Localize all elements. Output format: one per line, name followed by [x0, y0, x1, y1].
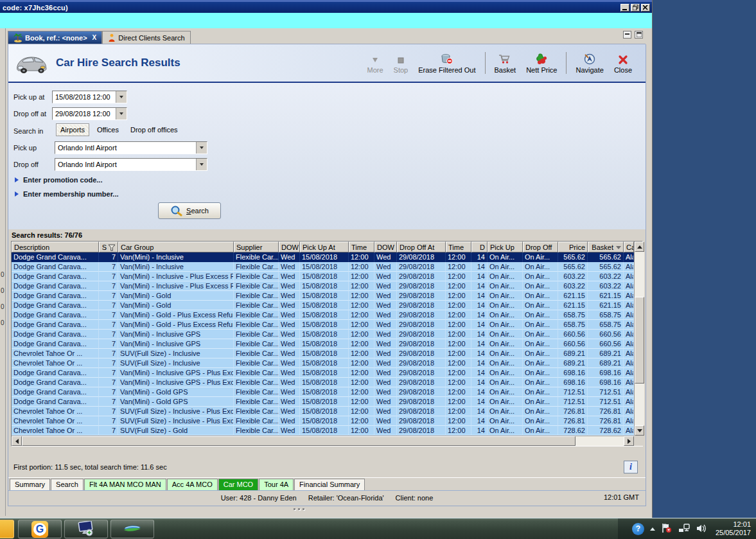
window-resize-strip[interactable] — [6, 506, 652, 516]
column-header-drop-off-at[interactable]: Drop Off At — [397, 242, 446, 252]
page-tab-car-mco[interactable]: Car MCO — [218, 479, 258, 490]
column-header-dow[interactable]: DOW — [374, 242, 397, 252]
table-row[interactable]: Chevrolet Tahoe Or ...7SUV(Full Size) - … — [12, 349, 634, 358]
table-row[interactable]: Chevrolet Tahoe Or ...7SUV(Full Size) - … — [12, 416, 634, 426]
erase-filtered-out-button[interactable]: Erase Filtered Out — [414, 51, 480, 75]
dropoff-office-select[interactable]: Orlando Intl Airport — [55, 158, 207, 171]
basket-button[interactable]: Basket — [490, 51, 521, 75]
column-header-price[interactable]: Price — [558, 242, 588, 252]
table-row[interactable]: Chevrolet Tahoe Or ...7SUV(Full Size) - … — [12, 358, 634, 368]
page-tab-flt-4a-man-mco-man[interactable]: Flt 4A MAN MCO MAN — [84, 479, 166, 490]
occluded-window-fragment: 0 — [1, 271, 4, 278]
scroll-down-icon[interactable] — [635, 425, 644, 436]
promotion-code-expander[interactable]: Enter promotion code... — [15, 176, 102, 184]
table-row[interactable]: Chevrolet Tahoe Or ...7SUV(Full Size) - … — [12, 407, 634, 416]
search-button[interactable]: Search — [158, 202, 221, 219]
column-header-ca[interactable]: Ca — [624, 242, 634, 252]
filter-funnel-icon[interactable] — [108, 244, 116, 251]
column-header-time[interactable]: Time — [446, 242, 471, 252]
restore-button[interactable] — [631, 4, 640, 12]
panel-restore-icon[interactable] — [635, 31, 643, 39]
search-in-option-airports[interactable]: Airports — [56, 123, 89, 136]
nett-price-button[interactable]: Nett Price — [522, 51, 561, 75]
table-row[interactable]: Dodge Grand Carava...7Van(Mini) - Inclus… — [12, 330, 634, 339]
close-button[interactable]: Close — [610, 51, 637, 75]
table-row[interactable]: Dodge Grand Carava...7Van(Mini) - Inclus… — [12, 262, 634, 272]
pickup-at-datetime[interactable]: 15/08/2018 12:00 — [52, 91, 127, 103]
network-tray-icon[interactable] — [678, 524, 690, 535]
table-cell: Wed — [374, 407, 397, 416]
info-button[interactable]: i — [624, 461, 638, 473]
scroll-right-icon[interactable] — [624, 436, 634, 446]
window-titlebar[interactable]: code: x7Jhc36ccu) — [0, 0, 652, 13]
column-header-basket[interactable]: Basket — [588, 242, 624, 252]
column-header-time[interactable]: Time — [349, 242, 374, 252]
document-tab[interactable]: Direct Clients Search — [102, 31, 190, 44]
dropoff-at-datetime[interactable]: 29/08/2018 12:00 — [52, 107, 127, 120]
membership-number-expander[interactable]: Enter membership number... — [15, 190, 119, 198]
pickup-office-dropdown-icon[interactable] — [196, 142, 207, 154]
volume-tray-icon[interactable] — [696, 524, 707, 535]
vertical-scroll-thumb[interactable] — [635, 297, 644, 384]
table-row[interactable]: Dodge Grand Carava...7Van(Mini) - Gold G… — [12, 387, 634, 397]
scroll-up-icon[interactable] — [635, 242, 644, 252]
horizontal-scroll-thumb[interactable] — [22, 436, 576, 446]
page-tab-tour-4a[interactable]: Tour 4A — [259, 479, 294, 490]
page-tab-acc-4a-mco[interactable]: Acc 4A MCO — [167, 479, 218, 490]
action-center-flag-icon[interactable] — [661, 523, 672, 535]
search-in-option-offices[interactable]: Offices — [93, 124, 123, 136]
table-row[interactable]: Dodge Grand Carava...7Van(Mini) - Inclus… — [12, 272, 634, 281]
taskbar-app-g[interactable]: G — [18, 520, 62, 538]
panel-minimize-icon[interactable] — [623, 31, 631, 39]
table-cell: 7 — [99, 272, 118, 281]
table-row[interactable]: Dodge Grand Carava...7Van(Mini) - Inclus… — [12, 281, 634, 291]
taskbar-button-fragment[interactable] — [0, 520, 14, 538]
column-header-pick-up[interactable]: Pick Up — [488, 242, 523, 252]
dropoff-office-dropdown-icon[interactable] — [196, 159, 207, 170]
column-header-s[interactable]: S — [99, 242, 118, 252]
page-tab-financial-summary[interactable]: Financial Summary — [294, 479, 365, 490]
pickup-at-dropdown-icon[interactable] — [116, 91, 127, 103]
page-tab-search[interactable]: Search — [51, 479, 84, 490]
column-header-pick-up-at[interactable]: Pick Up At — [300, 242, 349, 252]
dropoff-at-dropdown-icon[interactable] — [116, 108, 127, 119]
results-table: DescriptionSCar GroupSupplierDOWPick Up … — [11, 241, 643, 446]
table-cell: 12:00 — [446, 387, 471, 397]
pickup-office-select[interactable]: Orlando Intl Airport — [55, 141, 207, 154]
table-row[interactable]: Dodge Grand Carava...7Van(Mini) - Inclus… — [12, 252, 634, 262]
help-tray-icon[interactable]: ? — [632, 523, 644, 535]
show-hidden-icons[interactable] — [650, 527, 655, 531]
resize-grip-icon[interactable] — [294, 508, 304, 510]
minimize-button[interactable] — [620, 4, 629, 12]
tab-close-icon[interactable]: X — [92, 34, 97, 41]
close-window-button[interactable] — [641, 4, 650, 12]
column-header-d[interactable]: D — [471, 242, 488, 252]
navigate-button[interactable]: Navigate — [571, 51, 608, 75]
column-header-dow[interactable]: DOW — [279, 242, 300, 252]
table-row[interactable]: Dodge Grand Carava...7Van(Mini) - Gold -… — [12, 310, 634, 320]
table-row[interactable]: Dodge Grand Carava...7Van(Mini) - Inclus… — [12, 368, 634, 378]
document-tab[interactable]: Book, ref.: <none>X — [8, 31, 102, 44]
column-header-supplier[interactable]: Supplier — [234, 242, 279, 252]
taskbar-app-remote-desktop[interactable] — [64, 520, 108, 538]
table-row[interactable]: Dodge Grand Carava...7Van(Mini) - GoldFl… — [12, 291, 634, 301]
scroll-left-icon[interactable] — [12, 436, 22, 446]
column-header-car-group[interactable]: Car Group — [118, 242, 234, 252]
table-cell: Ala — [624, 368, 634, 378]
taskbar-clock[interactable]: 12:01 25/05/2017 — [713, 520, 751, 537]
table-cell: On Air... — [523, 397, 558, 407]
table-row[interactable]: Dodge Grand Carava...7Van(Mini) - Gold -… — [12, 320, 634, 330]
table-row[interactable]: Dodge Grand Carava...7Van(Mini) - GoldFl… — [12, 301, 634, 310]
vertical-scrollbar[interactable] — [634, 242, 644, 436]
table-row[interactable]: Dodge Grand Carava...7Van(Mini) - Inclus… — [12, 378, 634, 387]
table-cell: Dodge Grand Carava... — [12, 252, 99, 262]
table-row[interactable]: Dodge Grand Carava...7Van(Mini) - Inclus… — [12, 339, 634, 349]
column-header-description[interactable]: Description — [12, 242, 99, 252]
horizontal-scrollbar[interactable] — [12, 436, 634, 446]
search-in-option-drop-off-offices[interactable]: Drop off offices — [127, 124, 182, 136]
column-header-drop-off[interactable]: Drop Off — [523, 242, 558, 252]
page-tab-summary[interactable]: Summary — [10, 479, 50, 490]
table-row[interactable]: Chevrolet Tahoe Or ...7SUV(Full Size) - … — [12, 426, 634, 436]
table-row[interactable]: Dodge Grand Carava...7Van(Mini) - Gold G… — [12, 397, 634, 407]
taskbar-app-swoosh[interactable] — [110, 520, 154, 538]
